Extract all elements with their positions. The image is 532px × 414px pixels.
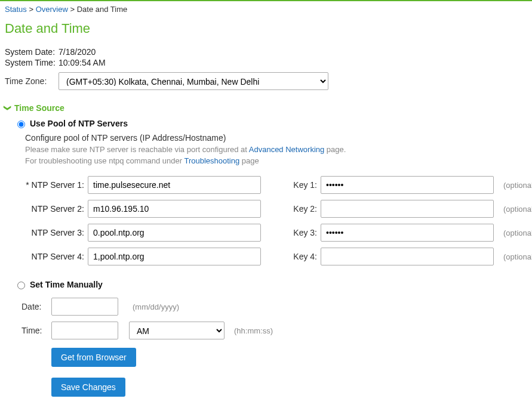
breadcrumb-sep: > [29,5,35,14]
manual-time-input[interactable] [51,322,118,339]
radio-manual-label: Set Time Manually [30,280,103,289]
system-date-label: System Date: [5,47,59,57]
manual-ampm-select[interactable]: AM [129,322,225,339]
page-title: Date and Time [0,15,532,47]
breadcrumb-link-overview[interactable]: Overview [36,5,68,14]
breadcrumb-link-status[interactable]: Status [5,5,27,14]
key-3-optional: (optional) [500,228,532,237]
ntp-server-1-label: * NTP Server 1: [25,180,88,190]
ntp-server-2-input[interactable] [88,200,261,218]
ntp-server-3-input[interactable] [88,224,261,242]
link-advanced-networking[interactable]: Advanced Networking [249,145,324,154]
radio-ntp[interactable] [17,121,25,128]
key-2-optional: (optional) [500,205,532,214]
key-3-label: Key 3: [267,228,321,237]
save-changes-button[interactable]: Save Changes [51,378,125,397]
manual-time-label: Time: [21,326,51,335]
key-4-optional: (optional) [500,252,532,261]
manual-time-hint: (hh:mm:ss) [230,326,278,335]
key-1-optional: (optional) [500,181,532,190]
key-4-label: Key 4: [267,252,321,261]
get-from-browser-button[interactable]: Get from Browser [51,348,136,367]
radio-manual[interactable] [17,282,25,289]
manual-date-label: Date: [21,302,51,311]
breadcrumb: Status > Overview > Date and Time [0,1,532,15]
timezone-select[interactable]: (GMT+05:30) Kolkata, Chennai, Mumbai, Ne… [59,72,328,90]
ntp-description: Configure pool of NTP servers (IP Addres… [25,132,527,143]
ntp-server-3-label: NTP Server 3: [25,228,88,237]
key-2-label: Key 2: [267,204,321,214]
key-1-label: Key 1: [267,180,321,190]
key-3-input[interactable] [321,224,494,242]
system-date-value: 7/18/2020 [59,47,96,57]
time-source-label: Time Source [14,103,64,113]
ntp-server-4-input[interactable] [88,248,261,265]
radio-ntp-label: Use Pool of NTP Servers [30,119,128,128]
key-4-input[interactable] [321,248,494,265]
ntp-server-4-label: NTP Server 4: [25,252,88,261]
manual-date-input[interactable] [51,298,118,316]
ntp-server-1-input[interactable] [88,176,261,194]
ntp-hint-1: Please make sure NTP server is reachable… [25,143,527,154]
breadcrumb-sep: > [70,5,77,14]
ntp-server-2-label: NTP Server 2: [25,204,88,214]
time-source-toggle[interactable]: ❯ Time Source [0,90,532,119]
system-time-label: System Time: [5,58,59,67]
link-troubleshooting[interactable]: Troubleshooting [184,156,239,165]
ntp-hint-2: For troubleshooting use ntpq command und… [25,154,527,165]
manual-date-hint: (mm/dd/yyyy) [129,302,230,311]
chevron-down-icon: ❯ [4,105,12,111]
key-1-input[interactable] [321,176,494,194]
system-time-value: 10:09:54 AM [59,58,106,67]
key-2-input[interactable] [321,200,494,218]
timezone-label: Time Zone: [5,76,59,86]
breadcrumb-current: Date and Time [77,5,128,14]
